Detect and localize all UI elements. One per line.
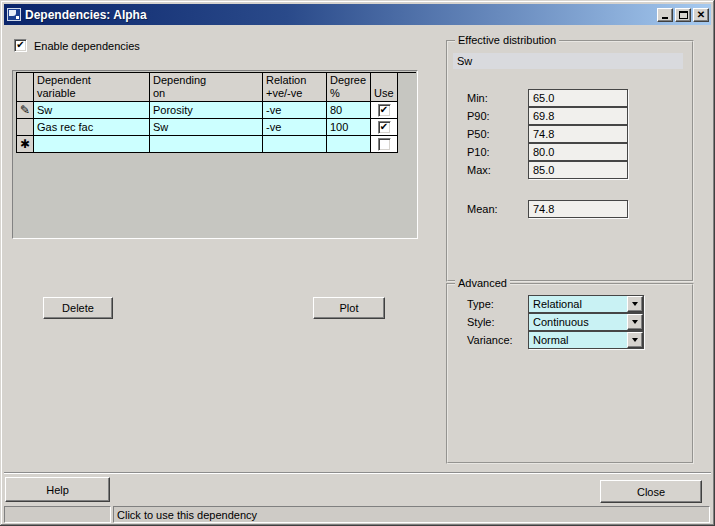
type-row: Type: Relational [448, 295, 692, 313]
row-selector[interactable]: ✱ [17, 136, 34, 153]
style-row: Style: Continuous [448, 313, 692, 331]
cell-use: ✔ [371, 119, 398, 136]
max-value-field[interactable]: 85.0 [528, 161, 628, 179]
cell-dependent-variable[interactable] [34, 136, 150, 153]
maximize-icon [679, 11, 688, 19]
header-line: Relation [266, 74, 306, 86]
min-value-field[interactable]: 65.0 [528, 89, 628, 107]
maximize-button[interactable] [675, 8, 691, 22]
cell-relation[interactable]: -ve [263, 102, 327, 119]
chevron-down-icon [632, 320, 638, 324]
minimize-button[interactable] [657, 8, 673, 22]
header-line: Use [374, 87, 394, 99]
header-line: +ve/-ve [266, 87, 302, 99]
close-window-button[interactable]: ✕ [693, 8, 709, 22]
cell-use: ✔ [371, 102, 398, 119]
header-line: % [330, 87, 340, 99]
row-selector[interactable]: ✎ [17, 102, 34, 119]
max-row: Max: 85.0 [448, 161, 692, 179]
col-header-degree: Degree% [327, 73, 371, 102]
min-row: Min: 65.0 [448, 89, 692, 107]
cell-relation[interactable] [263, 136, 327, 153]
p90-value-field[interactable]: 69.8 [528, 107, 628, 125]
mean-row: Mean: 74.8 [448, 200, 692, 218]
use-checkbox[interactable]: ✔ [378, 121, 391, 134]
p10-row: P10: 80.0 [448, 143, 692, 161]
minimize-icon [662, 17, 668, 19]
check-icon: ✔ [16, 40, 24, 50]
status-panel-left [4, 506, 111, 523]
grid-corner-cell [17, 73, 34, 102]
row-selector[interactable] [17, 119, 34, 136]
cell-use [371, 136, 398, 153]
p50-label: P50: [467, 125, 490, 143]
cell-dependent-variable[interactable]: Gas rec fac [34, 119, 150, 136]
p90-label: P90: [467, 107, 490, 125]
type-selected-value: Relational [529, 296, 643, 312]
delete-button[interactable]: Delete [43, 297, 113, 319]
close-icon: ✕ [697, 10, 705, 20]
statusbar: Click to use this dependency [4, 505, 711, 523]
p50-value-field[interactable]: 74.8 [528, 125, 628, 143]
p10-value-field[interactable]: 80.0 [528, 143, 628, 161]
grid-row: ✎ Sw Porosity -ve 80 ✔ [17, 102, 398, 119]
cell-degree[interactable]: 100 [327, 119, 371, 136]
app-icon [7, 8, 21, 21]
mean-label: Mean: [467, 200, 498, 218]
variance-selected-value: Normal [529, 332, 643, 348]
status-panel-message: Click to use this dependency [113, 506, 710, 523]
chevron-down-icon [632, 338, 638, 342]
variance-select[interactable]: Normal [528, 331, 644, 349]
grid-header-row: Dependentvariable Dependingon Relation+v… [17, 73, 398, 102]
variance-dropdown-button[interactable] [627, 332, 643, 348]
header-line: Dependent [37, 74, 91, 86]
mean-value-field[interactable]: 74.8 [528, 200, 628, 218]
p90-row: P90: 69.8 [448, 107, 692, 125]
window-title: Dependencies: Alpha [25, 8, 147, 22]
close-dialog-button[interactable]: Close [600, 480, 702, 503]
use-checkbox[interactable]: ✔ [378, 104, 391, 117]
advanced-group: Advanced Type: Relational Style: Continu… [446, 283, 694, 464]
enable-dependencies-label: Enable dependencies [34, 40, 140, 52]
enable-dependencies-checkbox[interactable]: ✔ Enable dependencies [14, 39, 140, 52]
col-header-relation: Relation+ve/-ve [263, 73, 327, 102]
cell-depending-on[interactable]: Porosity [150, 102, 263, 119]
min-label: Min: [467, 89, 488, 107]
cell-depending-on[interactable] [150, 136, 263, 153]
help-button[interactable]: Help [5, 477, 110, 502]
style-label: Style: [467, 313, 495, 331]
group-label-advanced: Advanced [455, 277, 510, 290]
header-line: on [153, 87, 165, 99]
cell-depending-on[interactable]: Sw [150, 119, 263, 136]
dependencies-dialog: Dependencies: Alpha ✕ ✔ Enable dependenc… [0, 0, 715, 526]
effective-variable-name: Sw [457, 55, 472, 67]
use-checkbox[interactable] [378, 138, 391, 151]
cell-degree[interactable] [327, 136, 371, 153]
grid-row: Gas rec fac Sw -ve 100 ✔ [17, 119, 398, 136]
titlebar[interactable]: Dependencies: Alpha ✕ [4, 4, 711, 25]
header-line: Depending [153, 74, 206, 86]
effective-distribution-group: Effective distribution Sw Min: 65.0 P90:… [446, 40, 694, 282]
variance-row: Variance: Normal [448, 331, 692, 349]
new-record-icon: ✱ [20, 137, 30, 151]
variance-label: Variance: [467, 331, 513, 349]
type-dropdown-button[interactable] [627, 296, 643, 312]
group-label-effective-distribution: Effective distribution [455, 34, 559, 47]
cell-degree[interactable]: 80 [327, 102, 371, 119]
col-header-depending-on: Dependingon [150, 73, 263, 102]
p10-label: P10: [467, 143, 490, 161]
plot-button[interactable]: Plot [313, 297, 385, 319]
edit-pencil-icon: ✎ [20, 103, 30, 117]
style-dropdown-button[interactable] [627, 314, 643, 330]
style-selected-value: Continuous [529, 314, 643, 330]
header-line: variable [37, 87, 76, 99]
bottom-divider [4, 472, 711, 474]
col-header-dependent-variable: Dependentvariable [34, 73, 150, 102]
style-select[interactable]: Continuous [528, 313, 644, 331]
cell-relation[interactable]: -ve [263, 119, 327, 136]
dependencies-grid: Dependentvariable Dependingon Relation+v… [16, 72, 398, 153]
type-select[interactable]: Relational [528, 295, 644, 313]
cell-dependent-variable[interactable]: Sw [34, 102, 150, 119]
grid-new-row: ✱ [17, 136, 398, 153]
checkbox-icon: ✔ [14, 39, 27, 52]
